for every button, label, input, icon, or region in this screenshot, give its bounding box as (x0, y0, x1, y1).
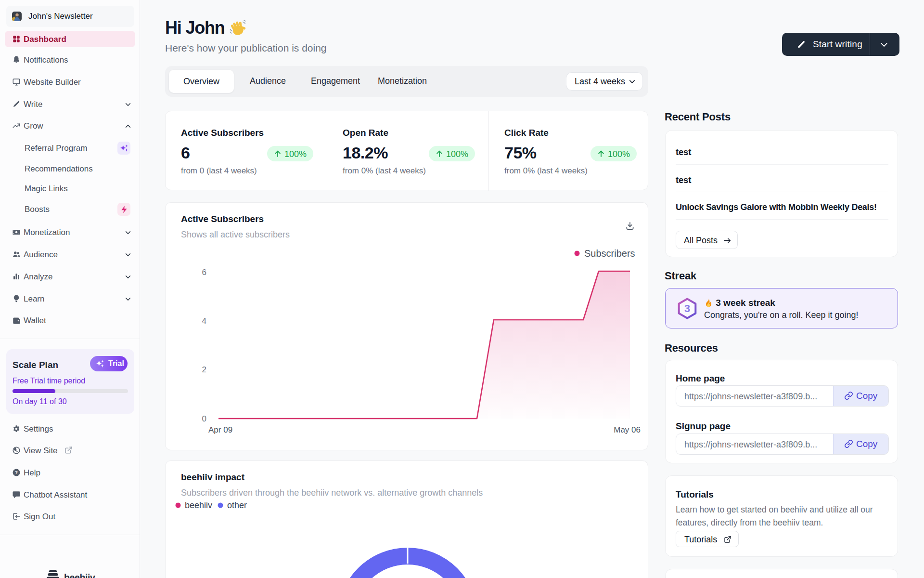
svg-text:?: ? (15, 470, 18, 475)
svg-text:Subscribers: Subscribers (584, 248, 635, 259)
svg-text:6: 6 (202, 268, 206, 277)
svg-text:Apr 09: Apr 09 (208, 425, 232, 434)
svg-text:beehiiv: beehiiv (64, 572, 95, 578)
svg-text:3: 3 (684, 302, 690, 315)
svg-text:0: 0 (202, 414, 206, 423)
svg-text:2: 2 (202, 365, 206, 374)
svg-text:beehiiv: beehiiv (185, 500, 212, 510)
svg-text:May 06: May 06 (614, 425, 641, 434)
svg-text:other: other (227, 500, 247, 510)
svg-text:4: 4 (202, 316, 206, 326)
